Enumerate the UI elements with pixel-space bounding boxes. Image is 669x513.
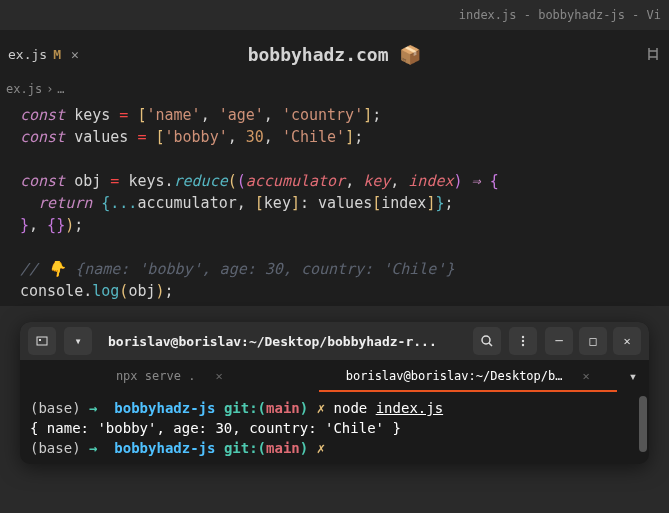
tab-dropdown-icon[interactable]: ▾ (617, 360, 649, 392)
terminal-line-3: (base) → bobbyhadz-js git:(main) ✗ (30, 438, 639, 458)
terminal-tab-1[interactable]: npx serve . ✕ (20, 360, 319, 392)
breadcrumb-sep: › (46, 82, 53, 96)
code-area[interactable]: const keys = ['name', 'age', 'country'];… (0, 100, 669, 306)
svg-rect-0 (37, 337, 47, 345)
minimize-button[interactable]: ─ (545, 327, 573, 355)
breadcrumb[interactable]: ex.js › … (0, 78, 669, 100)
svg-point-6 (522, 344, 524, 346)
maximize-button[interactable]: □ (579, 327, 607, 355)
close-icon[interactable]: ✕ (67, 47, 83, 62)
svg-point-2 (482, 336, 490, 344)
tab-modified-indicator: M (53, 47, 61, 62)
code-line-7: console.log(obj); (20, 280, 649, 302)
search-icon[interactable] (473, 327, 501, 355)
new-tab-button[interactable] (28, 327, 56, 355)
close-button[interactable]: ✕ (613, 327, 641, 355)
tab-name: ex.js (8, 47, 47, 62)
window-title: index.js - bobbyhadz-js - Vi (459, 0, 669, 30)
menu-icon[interactable] (509, 327, 537, 355)
close-icon[interactable]: ✕ (583, 369, 590, 383)
title-bar: index.js - bobbyhadz-js - Vi (0, 0, 669, 30)
terminal-window: ▾ borislav@borislav:~/Desktop/bobbyhadz-… (20, 322, 649, 464)
code-line-4: return {...accumulator, [key]: values[in… (20, 192, 649, 214)
dropdown-button[interactable]: ▾ (64, 327, 92, 355)
code-line-6: // 👇 {name: 'bobby', age: 30, country: '… (20, 258, 649, 280)
svg-point-4 (522, 336, 524, 338)
editor-tab[interactable]: ex.js M ✕ (0, 38, 91, 70)
svg-line-3 (489, 343, 492, 346)
breadcrumb-more: … (57, 82, 64, 96)
terminal-body[interactable]: (base) → bobbyhadz-js git:(main) ✗ node … (20, 392, 649, 464)
code-line-2: const values = ['bobby', 30, 'Chile']; (20, 126, 649, 148)
scrollbar[interactable] (639, 396, 647, 452)
svg-point-5 (522, 340, 524, 342)
terminal-tabs: npx serve . ✕ borislav@borislav:~/Deskto… (20, 360, 649, 392)
terminal-tab-2[interactable]: borislav@borislav:~/Desktop/b… ✕ (319, 360, 618, 392)
code-line-5: }, {}); (20, 214, 649, 236)
watermark: bobbyhadz.com 📦 (248, 44, 422, 65)
code-line-3: const obj = keys.reduce((accumulator, ke… (20, 170, 649, 192)
close-icon[interactable]: ✕ (215, 369, 222, 383)
terminal-line-1: (base) → bobbyhadz-js git:(main) ✗ node … (30, 398, 639, 418)
code-line-1: const keys = ['name', 'age', 'country']; (20, 104, 649, 126)
terminal-title: borislav@borislav:~/Desktop/bobbyhadz-r.… (100, 334, 465, 349)
editor-header: ex.js M ✕ bobbyhadz.com 📦 (0, 30, 669, 78)
compare-icon[interactable] (645, 46, 661, 62)
svg-rect-1 (39, 339, 41, 341)
breadcrumb-file: ex.js (6, 82, 42, 96)
terminal-titlebar[interactable]: ▾ borislav@borislav:~/Desktop/bobbyhadz-… (20, 322, 649, 360)
terminal-line-2: { name: 'bobby', age: 30, country: 'Chil… (30, 418, 639, 438)
